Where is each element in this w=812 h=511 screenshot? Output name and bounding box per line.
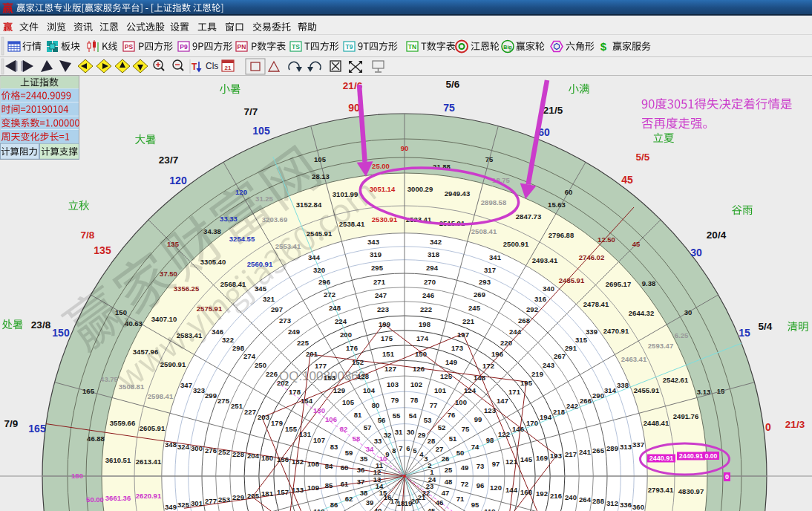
svg-text:268: 268 xyxy=(518,316,530,325)
svg-text:226: 226 xyxy=(266,370,278,378)
svg-text:2613.41: 2613.41 xyxy=(136,458,162,466)
svg-text:203: 203 xyxy=(258,413,269,421)
svg-text:75: 75 xyxy=(485,155,494,163)
svg-text:6: 6 xyxy=(406,444,410,452)
svg-text:150: 150 xyxy=(52,327,70,339)
svg-text:292: 292 xyxy=(526,305,538,313)
svg-text:23/7: 23/7 xyxy=(159,154,178,166)
svg-text:324: 324 xyxy=(177,443,190,451)
svg-text:2796.88: 2796.88 xyxy=(549,231,574,239)
svg-text:318: 318 xyxy=(428,250,439,258)
svg-text:82: 82 xyxy=(340,425,348,433)
svg-text:155: 155 xyxy=(285,425,298,433)
svg-text:264: 264 xyxy=(579,495,592,504)
svg-text:269: 269 xyxy=(474,290,485,299)
svg-text:228: 228 xyxy=(232,450,244,458)
svg-text:55: 55 xyxy=(393,411,401,420)
svg-text:148: 148 xyxy=(474,374,485,382)
svg-text:322: 322 xyxy=(222,336,234,344)
svg-text:105: 105 xyxy=(252,125,270,137)
svg-text:62: 62 xyxy=(345,495,353,503)
svg-text:247: 247 xyxy=(375,291,387,299)
svg-text:45: 45 xyxy=(621,174,633,186)
svg-text:174: 174 xyxy=(416,334,429,342)
svg-text:298: 298 xyxy=(232,344,244,352)
svg-text:172: 172 xyxy=(482,362,494,370)
svg-text:2: 2 xyxy=(428,461,431,469)
svg-text:8: 8 xyxy=(392,446,396,455)
svg-text:90: 90 xyxy=(401,144,409,152)
svg-text:25: 25 xyxy=(445,466,453,474)
svg-text:30: 30 xyxy=(407,428,415,436)
svg-text:76: 76 xyxy=(448,411,456,419)
svg-text:31: 31 xyxy=(395,428,403,436)
svg-text:133: 133 xyxy=(292,486,304,494)
svg-text:31.25: 31.25 xyxy=(255,195,273,203)
svg-text:15: 15 xyxy=(717,387,725,395)
svg-text:250: 250 xyxy=(255,361,266,369)
svg-text:201: 201 xyxy=(306,350,318,358)
svg-text:130: 130 xyxy=(313,406,325,414)
svg-text:170: 170 xyxy=(526,419,538,427)
svg-text:325: 325 xyxy=(177,501,190,509)
svg-text:5/4: 5/4 xyxy=(759,321,773,332)
svg-text:181: 181 xyxy=(261,489,274,498)
svg-text:196: 196 xyxy=(491,350,503,358)
svg-text:79: 79 xyxy=(391,396,399,404)
svg-text:360: 360 xyxy=(632,503,644,511)
svg-text:100: 100 xyxy=(455,398,467,406)
svg-text:48: 48 xyxy=(445,478,453,486)
svg-text:244: 244 xyxy=(509,328,522,336)
svg-text:276: 276 xyxy=(205,446,217,455)
svg-text:312: 312 xyxy=(606,499,618,507)
svg-text:126: 126 xyxy=(413,365,425,373)
svg-text:86: 86 xyxy=(330,501,338,509)
svg-text:2746.02: 2746.02 xyxy=(579,253,604,261)
svg-text:0: 0 xyxy=(765,421,771,433)
svg-text:340: 340 xyxy=(543,284,554,293)
svg-text:123: 123 xyxy=(484,406,496,414)
svg-text:2560.91: 2560.91 xyxy=(247,260,273,268)
svg-text:144: 144 xyxy=(505,486,518,494)
svg-text:3508.81: 3508.81 xyxy=(119,383,145,391)
svg-text:101: 101 xyxy=(434,386,447,394)
svg-text:95: 95 xyxy=(471,501,479,509)
svg-text:266: 266 xyxy=(580,397,592,405)
svg-text:25.00: 25.00 xyxy=(372,162,390,170)
svg-text:156: 156 xyxy=(277,455,289,463)
svg-text:57: 57 xyxy=(364,423,372,432)
svg-text:270: 270 xyxy=(424,278,436,286)
svg-text:319: 319 xyxy=(370,250,382,258)
svg-text:180: 180 xyxy=(261,454,273,462)
svg-text:60: 60 xyxy=(565,188,573,196)
svg-text:5: 5 xyxy=(413,446,417,455)
svg-text:33.33: 33.33 xyxy=(220,215,238,223)
svg-text:18: 18 xyxy=(397,499,405,507)
svg-text:2455.91: 2455.91 xyxy=(634,386,660,394)
svg-text:2530.91: 2530.91 xyxy=(372,215,398,224)
svg-text:265: 265 xyxy=(592,446,605,455)
svg-text:217: 217 xyxy=(565,450,577,458)
svg-text:246: 246 xyxy=(422,291,434,299)
svg-text:2593.47: 2593.47 xyxy=(648,342,673,350)
svg-text:59: 59 xyxy=(345,449,353,457)
svg-text:27: 27 xyxy=(436,445,444,453)
svg-text:336: 336 xyxy=(620,501,632,509)
svg-text:177: 177 xyxy=(315,362,327,370)
svg-text:TS: TS xyxy=(292,43,300,51)
svg-text:32: 32 xyxy=(384,431,392,439)
svg-text:72: 72 xyxy=(461,480,469,488)
svg-text:30: 30 xyxy=(690,247,702,258)
svg-text:241: 241 xyxy=(579,448,592,456)
svg-text:145: 145 xyxy=(520,455,533,463)
svg-text:46.88: 46.88 xyxy=(87,434,105,443)
svg-text:60: 60 xyxy=(341,463,349,472)
svg-text:2644.32: 2644.32 xyxy=(629,309,654,317)
svg-text:171: 171 xyxy=(508,388,521,396)
svg-text:192: 192 xyxy=(536,489,548,498)
svg-text:277: 277 xyxy=(205,497,217,505)
svg-text:296: 296 xyxy=(318,278,330,286)
svg-text:34.38: 34.38 xyxy=(203,227,221,235)
svg-text:229: 229 xyxy=(232,493,244,501)
svg-text:299: 299 xyxy=(205,391,217,400)
